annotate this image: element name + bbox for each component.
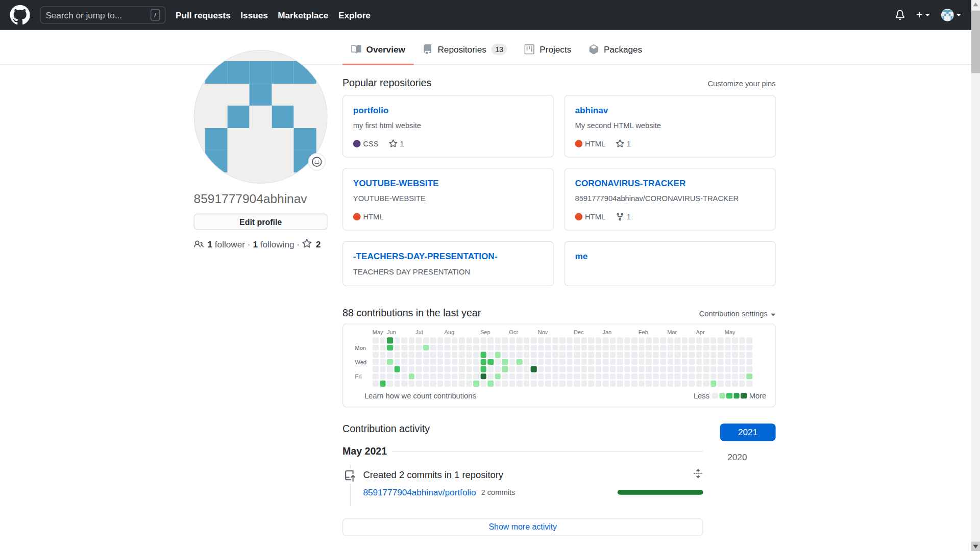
contribution-cell[interactable]	[401, 366, 407, 372]
contribution-cell[interactable]	[408, 352, 414, 358]
contribution-cell[interactable]	[394, 381, 400, 387]
contribution-cell[interactable]	[459, 381, 465, 387]
contribution-cell[interactable]	[524, 344, 530, 350]
contribution-cell[interactable]	[538, 344, 544, 350]
repo-name-link[interactable]: me	[575, 251, 765, 262]
followers-link[interactable]: 1 follower	[208, 239, 245, 249]
repo-name-link[interactable]: CORONAVIRUS-TRACKER	[575, 178, 765, 189]
contribution-cell[interactable]	[653, 352, 659, 358]
repo-name-link[interactable]: YOUTUBE-WEBSITE	[353, 178, 543, 189]
contribution-cell[interactable]	[646, 381, 652, 387]
user-menu[interactable]	[941, 9, 961, 21]
scrollbar[interactable]	[971, 0, 980, 551]
contribution-cell[interactable]	[609, 344, 616, 350]
contribution-cell[interactable]	[725, 337, 731, 343]
contribution-cell[interactable]	[725, 373, 731, 380]
nav-issues[interactable]: Issues	[240, 10, 267, 20]
contribution-cell[interactable]	[437, 337, 444, 343]
contribution-cell[interactable]	[703, 359, 709, 365]
contribution-cell[interactable]	[732, 381, 738, 387]
contribution-cell[interactable]	[480, 352, 486, 358]
contribution-cell[interactable]	[574, 366, 580, 372]
contribution-cell[interactable]	[559, 352, 566, 358]
repo-name-link[interactable]: abhinav	[575, 104, 765, 115]
contribution-cell[interactable]	[415, 381, 422, 387]
contribution-cell[interactable]	[732, 344, 738, 350]
contribution-cell[interactable]	[710, 359, 717, 365]
contribution-cell[interactable]	[437, 344, 444, 350]
contribution-cell[interactable]	[373, 373, 379, 380]
contribution-cell[interactable]	[430, 381, 436, 387]
contribution-cell[interactable]	[437, 366, 444, 372]
contribution-cell[interactable]	[746, 373, 752, 380]
contribution-cell[interactable]	[401, 373, 407, 380]
contribution-cell[interactable]	[373, 337, 379, 343]
contribution-cell[interactable]	[725, 344, 731, 350]
contribution-cell[interactable]	[739, 366, 745, 372]
set-status-button[interactable]	[308, 153, 326, 170]
contribution-cell[interactable]	[653, 366, 659, 372]
contribution-cell[interactable]	[718, 373, 724, 380]
contribution-cell[interactable]	[725, 381, 731, 387]
year-2021-button[interactable]: 2021	[720, 423, 776, 441]
contribution-cell[interactable]	[667, 344, 673, 350]
contribution-cell[interactable]	[567, 352, 573, 358]
contribution-cell[interactable]	[487, 373, 494, 380]
contribution-cell[interactable]	[387, 366, 393, 372]
activity-repo-link[interactable]: 8591777904abhinav/portfolio	[363, 487, 476, 497]
contribution-cell[interactable]	[639, 352, 645, 358]
contribution-cell[interactable]	[545, 373, 551, 380]
contribution-cell[interactable]	[552, 352, 558, 358]
contribution-cell[interactable]	[624, 373, 630, 380]
contribution-cell[interactable]	[739, 344, 745, 350]
contribution-cell[interactable]	[538, 373, 544, 380]
contribution-cell[interactable]	[502, 373, 508, 380]
contribution-cell[interactable]	[415, 337, 422, 343]
contribution-cell[interactable]	[710, 344, 717, 350]
contribution-cell[interactable]	[509, 352, 515, 358]
contribution-cell[interactable]	[660, 344, 666, 350]
contribution-cell[interactable]	[646, 366, 652, 372]
contribution-cell[interactable]	[452, 352, 458, 358]
show-more-activity-button[interactable]: Show more activity	[342, 518, 703, 536]
contribution-cell[interactable]	[725, 352, 731, 358]
contribution-cell[interactable]	[567, 373, 573, 380]
repo-star-count[interactable]: 1	[388, 139, 404, 148]
contribution-cell[interactable]	[531, 381, 537, 387]
contribution-cell[interactable]	[380, 344, 386, 350]
contribution-cell[interactable]	[617, 381, 623, 387]
contribution-cell[interactable]	[445, 352, 451, 358]
contribution-cell[interactable]	[581, 344, 587, 350]
contribution-cell[interactable]	[394, 344, 400, 350]
contribution-cell[interactable]	[689, 352, 695, 358]
contribution-cell[interactable]	[516, 352, 522, 358]
contribution-cell[interactable]	[646, 337, 652, 343]
contribution-cell[interactable]	[609, 381, 616, 387]
contribution-cell[interactable]	[380, 359, 386, 365]
contribution-settings-dropdown[interactable]: Contribution settings	[699, 309, 776, 318]
contribution-cell[interactable]	[639, 359, 645, 365]
contribution-cell[interactable]	[524, 373, 530, 380]
contribution-cell[interactable]	[595, 359, 601, 365]
contribution-cell[interactable]	[502, 359, 508, 365]
contribution-cell[interactable]	[480, 337, 486, 343]
contribution-cell[interactable]	[466, 381, 472, 387]
contribution-cell[interactable]	[689, 373, 695, 380]
create-new-menu[interactable]: +	[916, 11, 930, 19]
scrollbar-down-button[interactable]	[971, 542, 980, 551]
contribution-cell[interactable]	[452, 373, 458, 380]
contribution-cell[interactable]	[531, 337, 537, 343]
contribution-cell[interactable]	[581, 337, 587, 343]
following-link[interactable]: 1 following	[253, 239, 294, 249]
contribution-cell[interactable]	[646, 352, 652, 358]
contribution-cell[interactable]	[588, 373, 594, 380]
contribution-cell[interactable]	[445, 381, 451, 387]
contribution-cell[interactable]	[552, 373, 558, 380]
contribution-cell[interactable]	[595, 381, 601, 387]
contribution-cell[interactable]	[480, 381, 486, 387]
contribution-cell[interactable]	[732, 352, 738, 358]
contribution-cell[interactable]	[387, 352, 393, 358]
contribution-cell[interactable]	[696, 352, 702, 358]
contribution-cell[interactable]	[452, 359, 458, 365]
contribution-cell[interactable]	[674, 366, 680, 372]
